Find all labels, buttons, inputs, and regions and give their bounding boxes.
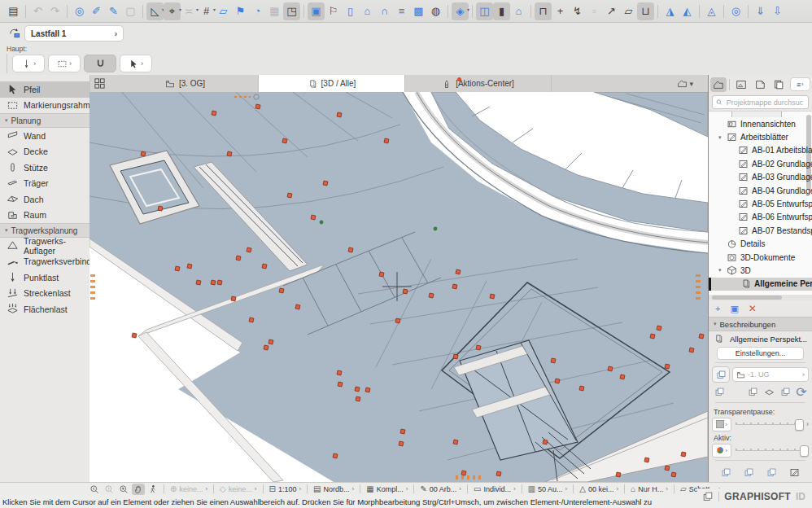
slider-handle[interactable]: [800, 445, 809, 457]
toolbar-snap-guides-button[interactable]: ⌖▾: [164, 2, 181, 20]
chevron-expanded-icon[interactable]: ▾: [718, 267, 722, 274]
chevron-expanded-icon[interactable]: ▾: [718, 134, 722, 141]
quick-favorites-button[interactable]: ›: [12, 55, 45, 72]
toolbar-orientation-button[interactable]: ◬: [703, 2, 720, 20]
navigator-view-map-button[interactable]: [732, 77, 749, 92]
toolbar-guide-lines-button[interactable]: ◺▾: [146, 2, 164, 20]
transfer-settings-button[interactable]: [712, 385, 727, 398]
toolbar-skew-tool-button[interactable]: ▱: [620, 2, 637, 20]
move-reference-button[interactable]: [765, 466, 779, 479]
left-scroll-handle[interactable]: [90, 274, 95, 300]
toolbar-add-to-view-button[interactable]: ◮: [661, 2, 679, 20]
tool-slab[interactable]: Decke: [0, 144, 89, 160]
3d-viewport[interactable]: [89, 92, 708, 482]
status-zoom-preset[interactable]: ⊕keine...›: [168, 484, 209, 493]
drag-story-button[interactable]: [745, 385, 760, 398]
status-structure-display[interactable]: ▦Kompl...›: [365, 484, 409, 493]
rotate-story-button[interactable]: [762, 385, 776, 398]
toolbar-protractor-button[interactable]: ◔: [249, 2, 266, 20]
status-layer-combination[interactable]: ▤Nordb...›: [312, 484, 356, 493]
slider-handle[interactable]: [795, 419, 804, 431]
bottom-scroll-handle[interactable]: [456, 475, 482, 480]
descriptions-section-header[interactable]: ▾ Beschreibungen: [709, 317, 812, 331]
toolbar-grid-snap-button[interactable]: #▾: [198, 2, 215, 20]
toolbar-flag-button[interactable]: ⚐: [325, 2, 342, 20]
navigator-project-map-button[interactable]: [710, 77, 727, 92]
status-pan-button[interactable]: [132, 484, 145, 495]
status-graphic-override[interactable]: ▥50 Au...›: [526, 484, 570, 493]
windows-icon[interactable]: [702, 491, 714, 502]
quick-magnet-button[interactable]: [84, 55, 116, 72]
tool-areaload[interactable]: Flächenlast: [0, 301, 89, 318]
toolbar-find-select-button[interactable]: ◎: [71, 2, 88, 20]
tree-item[interactable]: 3D-Dokumente: [709, 251, 812, 264]
settings-button[interactable]: Einstellungen...: [717, 347, 804, 360]
tree-item[interactable]: Details: [709, 238, 812, 251]
add-view-button[interactable]: +: [715, 304, 720, 313]
tree-item[interactable]: AB-03 Grundlage A: [709, 171, 812, 184]
toolbar-move-tool-button[interactable]: +: [552, 2, 569, 20]
toolbar-object-tool-button[interactable]: ◍: [427, 2, 444, 20]
toolbar-editing-plane-button[interactable]: ▱: [215, 2, 232, 20]
tree-item[interactable]: Innenansichten: [709, 117, 812, 130]
current-view-row[interactable]: Allgemeine Perspekt...: [709, 331, 812, 346]
tree-item[interactable]: ▾Arbeitsblätter: [709, 130, 812, 143]
toolbar-reshape-button[interactable]: ▢: [122, 2, 139, 20]
tool-beam[interactable]: Träger: [0, 176, 89, 192]
sync-button[interactable]: ⟳: [794, 385, 809, 398]
status-scale[interactable]: ⊟1:100›: [268, 484, 303, 493]
active-color-swatch[interactable]: ›: [712, 444, 731, 458]
palette-section-planung[interactable]: ▾Planung: [0, 113, 89, 128]
trace-options-button[interactable]: ›: [806, 420, 809, 428]
tool-wall[interactable]: Wand: [0, 128, 89, 144]
toolbar-snap-points-button[interactable]: ≍▾: [181, 2, 198, 20]
toolbar-home-story-button[interactable]: ⌂: [359, 2, 376, 20]
tool-marquee[interactable]: Markierungsrahmen: [0, 98, 89, 114]
status-zoom-in-button[interactable]: [117, 484, 130, 495]
toolbar-inject-parameters-button[interactable]: ✎: [105, 2, 122, 20]
toolbar-save-button[interactable]: ▤: [5, 2, 22, 20]
right-scroll-handle[interactable]: [696, 274, 701, 300]
view-switch-dropdown[interactable]: ▾: [677, 77, 693, 90]
status-element-filter[interactable]: ⌂Nur H...›: [629, 484, 670, 493]
toolbar-arch-tool-button[interactable]: ∩: [376, 2, 393, 20]
toolbar-stair-tool-button[interactable]: ≡: [393, 2, 410, 20]
delete-view-button[interactable]: ✕: [749, 303, 757, 314]
toolbar-section-display-button[interactable]: ⊓: [535, 2, 552, 20]
tool-column[interactable]: Stütze: [0, 160, 89, 176]
quick-marquee-quick-button[interactable]: ›: [48, 55, 81, 72]
overlay-reference-button[interactable]: [788, 466, 802, 479]
status-model-view-options[interactable]: ▭Individ...›: [472, 484, 517, 493]
tool-arrow[interactable]: Pfeil: [0, 81, 89, 98]
copy-story-button[interactable]: [778, 385, 792, 398]
tree-item[interactable]: AB-01 Arbeitsblatt: [709, 144, 812, 157]
status-view-preset[interactable]: ◇keine...›: [218, 484, 258, 493]
navigator-layout-book-button[interactable]: [752, 77, 768, 92]
status-pen-set[interactable]: ✎00 Arb...›: [418, 484, 463, 493]
toolbar-smart-cursor-button[interactable]: ◎: [727, 2, 744, 20]
trace-opacity-slider[interactable]: [734, 418, 804, 430]
status-zoom-next-button[interactable]: [103, 484, 116, 495]
tree-item[interactable]: AB-02 Grundlage A: [709, 157, 812, 170]
tree-item[interactable]: AB-04 Grundlage A: [709, 184, 812, 197]
tool-support[interactable]: Tragwerks-Auflager: [0, 238, 89, 254]
toolbar-column-view-button[interactable]: ▮: [493, 2, 510, 20]
tool-pointload[interactable]: Punktlast: [0, 269, 89, 286]
view-properties-button[interactable]: ▣: [730, 304, 738, 314]
toolbar-redo-button[interactable]: ↷: [46, 2, 63, 20]
trace-color-swatch[interactable]: ›: [712, 418, 731, 431]
toolbar-section-marker-button[interactable]: ⊔: [637, 2, 654, 20]
navigator-menu-button[interactable]: ≡›: [790, 77, 810, 91]
quick-arrow-quick-button[interactable]: ›: [120, 55, 152, 72]
story-pages-button[interactable]: [712, 366, 730, 383]
tree-item[interactable]: ▾3D: [709, 264, 812, 277]
status-zoom-previous-button[interactable]: [88, 484, 101, 495]
tree-item[interactable]: Allgemeine Perspe: [709, 278, 812, 291]
tool-connection[interactable]: Tragwerksverbind...: [0, 254, 89, 270]
search-input[interactable]: [725, 98, 805, 107]
tab-1[interactable]: [3D / Alle]: [259, 75, 405, 92]
toolbar-remove-from-view-button[interactable]: ◭: [679, 2, 696, 20]
tree-item[interactable]: AB-06 Entwurfsplä: [709, 211, 812, 224]
tool-roof[interactable]: Dach: [0, 191, 89, 208]
toolbar-window-display-button[interactable]: ◫: [476, 2, 493, 20]
